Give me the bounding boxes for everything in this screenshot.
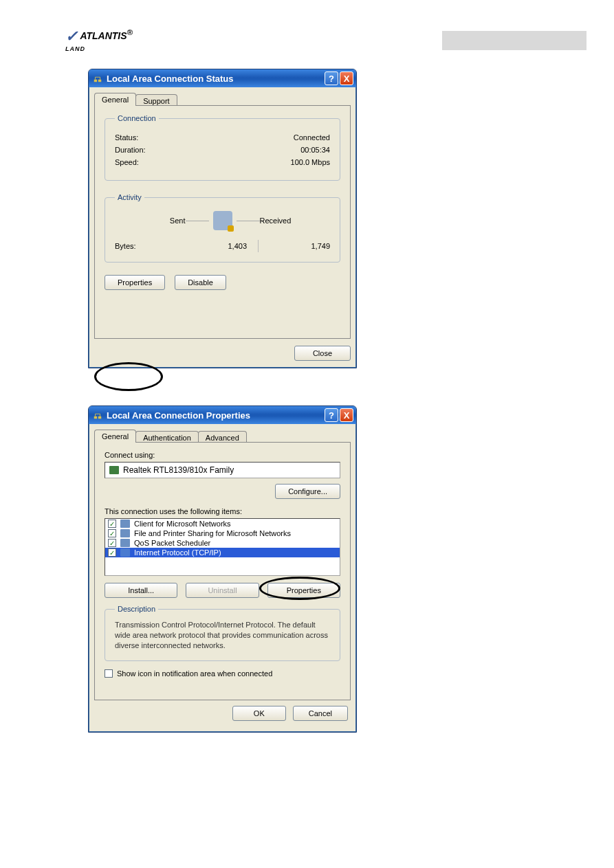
speed-value: 100.0 Mbps — [291, 158, 330, 166]
checkbox-icon[interactable]: ✓ — [105, 669, 113, 678]
sent-label: Sent — [115, 216, 186, 225]
status-tabpanel: Connection Status:Connected Duration:00:… — [94, 105, 351, 339]
adapter-name: Realtek RTL8139/810x Family — [123, 465, 234, 475]
bytes-label: Bytes: — [115, 242, 186, 250]
properties-footer: OK Cancel — [94, 706, 348, 721]
logo-mark-icon: ✓ — [65, 27, 78, 45]
nic-icon — [109, 466, 119, 474]
status-titlebar[interactable]: Local Area Connection Status ? X — [89, 69, 356, 87]
client-icon — [120, 520, 130, 528]
items-label: This connection uses the following items… — [105, 507, 340, 515]
item-label: Internet Protocol (TCP/IP) — [134, 548, 221, 557]
status-dialog: Local Area Connection Status ? X General… — [88, 69, 357, 368]
duration-value: 00:05:34 — [300, 146, 330, 154]
status-title: Local Area Connection Status — [107, 74, 323, 84]
checkbox-icon[interactable]: ✓ — [108, 539, 116, 547]
status-action-row: Properties Disable — [105, 275, 340, 290]
item-label: File and Printer Sharing for Microsoft N… — [134, 529, 291, 537]
page-header: ✓ ATLANTIS® LAND — [0, 27, 614, 62]
show-icon-label: Show icon in notification area when conn… — [117, 669, 272, 678]
properties-tabpanel: Connect using: Realtek RTL8139/810x Fami… — [94, 442, 351, 700]
uninstall-button: Uninstall — [186, 583, 259, 598]
svg-rect-1 — [98, 80, 101, 82]
status-tabs: General Support — [94, 93, 351, 106]
svg-rect-3 — [98, 416, 101, 419]
received-value: 1,749 — [259, 242, 330, 250]
activity-dash-left — [186, 221, 209, 221]
checkbox-icon[interactable]: ✓ — [108, 520, 116, 528]
properties-dialog: Local Area Connection Properties ? X Gen… — [88, 405, 357, 733]
connection-icon — [93, 410, 102, 420]
qos-icon — [120, 539, 130, 547]
description-text: Transmission Control Protocol/Internet P… — [115, 620, 330, 651]
properties-button[interactable]: Properties — [105, 275, 165, 290]
list-item[interactable]: ✓ QoS Packet Scheduler — [105, 538, 340, 548]
tab-general[interactable]: General — [94, 93, 136, 106]
sent-value: 1,403 — [186, 242, 258, 250]
ok-button[interactable]: OK — [232, 706, 286, 721]
brand-name: ATLANTIS — [80, 30, 127, 41]
connect-using-label: Connect using: — [105, 451, 340, 459]
file-printer-icon — [120, 529, 130, 537]
list-item[interactable]: ✓ Internet Protocol (TCP/IP) — [105, 548, 340, 557]
brand-logo: ✓ ATLANTIS® LAND — [65, 27, 133, 52]
disable-button[interactable]: Disable — [175, 275, 226, 290]
help-button[interactable]: ? — [325, 71, 338, 85]
configure-button[interactable]: Configure... — [275, 484, 340, 499]
received-label: Received — [260, 216, 331, 225]
checkbox-icon[interactable]: ✓ — [108, 548, 116, 557]
install-button[interactable]: Install... — [105, 583, 177, 598]
item-label: QoS Packet Scheduler — [134, 539, 210, 547]
duration-label: Duration: — [115, 146, 146, 154]
status-value: Connected — [294, 133, 330, 142]
svg-rect-2 — [94, 416, 97, 419]
connection-group: Connection Status:Connected Duration:00:… — [105, 114, 340, 181]
status-label: Status: — [115, 133, 138, 142]
close-button[interactable]: X — [340, 71, 353, 85]
activity-group: Activity Sent Received Bytes: 1,403 1,74… — [105, 193, 340, 263]
svg-rect-0 — [94, 80, 97, 82]
description-group: Description Transmission Control Protoco… — [105, 605, 340, 661]
item-properties-button[interactable]: Properties — [267, 583, 340, 598]
close-dialog-button[interactable]: Close — [294, 346, 351, 361]
activity-icon — [213, 211, 232, 230]
description-legend: Description — [115, 605, 158, 613]
tab-general[interactable]: General — [94, 430, 136, 443]
activity-dash-right — [237, 221, 260, 221]
connection-items-list[interactable]: ✓ Client for Microsoft Networks ✓ File a… — [105, 518, 340, 576]
list-item[interactable]: ✓ File and Printer Sharing for Microsoft… — [105, 528, 340, 538]
properties-title: Local Area Connection Properties — [107, 410, 323, 421]
header-bar — [442, 31, 586, 50]
connection-legend: Connection — [115, 114, 159, 122]
properties-titlebar[interactable]: Local Area Connection Properties ? X — [89, 406, 356, 424]
activity-legend: Activity — [115, 193, 144, 201]
brand-subtitle: LAND — [65, 45, 133, 52]
speed-label: Speed: — [115, 158, 139, 166]
show-icon-row[interactable]: ✓ Show icon in notification area when co… — [105, 669, 340, 678]
close-button[interactable]: X — [340, 408, 353, 422]
list-item[interactable]: ✓ Client for Microsoft Networks — [105, 519, 340, 528]
item-action-row: Install... Uninstall Properties — [105, 583, 340, 598]
checkbox-icon[interactable]: ✓ — [108, 529, 116, 537]
item-label: Client for Microsoft Networks — [134, 520, 231, 528]
connection-icon — [93, 74, 102, 83]
properties-tabs: General Authentication Advanced — [94, 430, 351, 443]
cancel-button[interactable]: Cancel — [293, 706, 348, 721]
tcpip-icon — [120, 548, 130, 557]
adapter-field: Realtek RTL8139/810x Family — [105, 462, 340, 478]
help-button[interactable]: ? — [325, 408, 338, 422]
